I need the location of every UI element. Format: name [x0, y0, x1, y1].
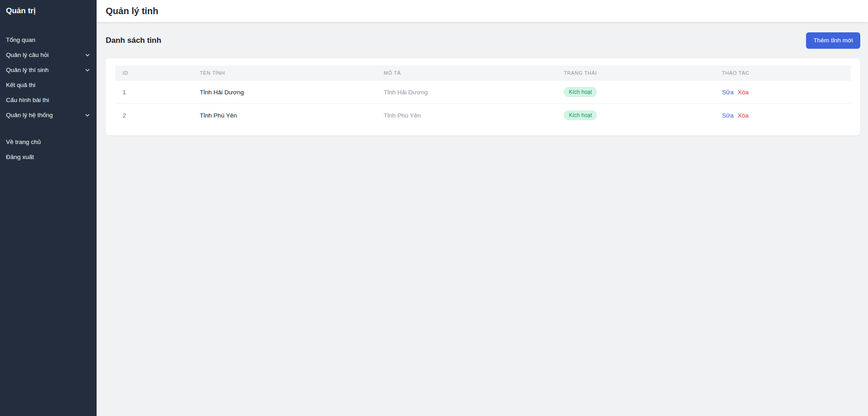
sidebar-item-label: Quản lý câu hỏi: [6, 51, 49, 58]
sidebar-item-ket-qua-thi[interactable]: Kết quả thi: [0, 77, 97, 92]
sidebar-item-dang-xuat[interactable]: Đăng xuất: [0, 149, 97, 164]
sidebar-nav: Tổng quan Quản lý câu hỏi Quản lý thí si…: [0, 32, 97, 164]
chevron-down-icon: [84, 52, 91, 58]
table-row: 2 Tỉnh Phú Yên Tỉnh Phú Yên Kích hoạt Sử…: [115, 104, 851, 127]
sidebar-item-label: Cấu hình bài thi: [6, 97, 49, 103]
sidebar-footer-nav: Về trang chủ Đăng xuất: [0, 134, 97, 164]
sidebar-item-quan-ly-cau-hoi[interactable]: Quản lý câu hỏi: [0, 47, 97, 62]
edit-link[interactable]: Sửa: [722, 112, 734, 119]
app-title: Quản trị: [0, 0, 97, 20]
toolbar: Danh sách tỉnh Thêm tỉnh mới: [106, 32, 860, 49]
sidebar-item-ve-trang-chu[interactable]: Về trang chủ: [0, 134, 97, 149]
sidebar-item-tong-quan[interactable]: Tổng quan: [0, 32, 97, 47]
sidebar-item-label: Tổng quan: [6, 36, 36, 43]
sidebar-item-label: Quản lý hệ thống: [6, 112, 53, 118]
cell-province-name: Tỉnh Hải Dương: [192, 81, 376, 104]
column-header-status: Trạng thái: [556, 66, 714, 81]
sidebar-item-label: Kết quả thi: [6, 82, 36, 88]
sidebar-item-label: Quản lý thí sinh: [6, 67, 49, 73]
chevron-down-icon: [84, 67, 91, 73]
page-title: Quản lý tỉnh: [106, 6, 159, 16]
cell-status: Kích hoạt: [556, 81, 714, 104]
cell-status: Kích hoạt: [556, 104, 714, 127]
status-badge: Kích hoạt: [564, 110, 597, 120]
section-title: Danh sách tỉnh: [106, 36, 161, 45]
province-table-card: ID Tên tỉnh Mô tả Trạng thái Thao tác 1 …: [106, 58, 860, 135]
sidebar: Quản trị Tổng quan Quản lý câu hỏi Quản …: [0, 0, 97, 416]
table-header-row: ID Tên tỉnh Mô tả Trạng thái Thao tác: [115, 66, 851, 81]
status-badge: Kích hoạt: [564, 87, 597, 97]
cell-description: Tỉnh Hải Dương: [376, 81, 556, 104]
column-header-description: Mô tả: [376, 66, 556, 81]
delete-link[interactable]: Xóa: [738, 112, 749, 119]
topbar: Quản lý tỉnh: [97, 0, 868, 22]
sidebar-item-label: Đăng xuất: [6, 154, 34, 160]
sidebar-item-cau-hinh-bai-thi[interactable]: Cấu hình bài thi: [0, 92, 97, 108]
sidebar-item-quan-ly-thi-sinh[interactable]: Quản lý thí sinh: [0, 62, 97, 77]
province-table: ID Tên tỉnh Mô tả Trạng thái Thao tác 1 …: [115, 66, 851, 127]
main-area: Quản lý tỉnh Danh sách tỉnh Thêm tỉnh mớ…: [97, 0, 868, 416]
sidebar-item-label: Về trang chủ: [6, 139, 41, 145]
cell-actions: SửaXóa: [714, 81, 851, 104]
edit-link[interactable]: Sửa: [722, 89, 734, 96]
content-area: Danh sách tỉnh Thêm tỉnh mới ID Tên tỉnh…: [97, 22, 868, 416]
cell-description: Tỉnh Phú Yên: [376, 104, 556, 127]
column-header-id: ID: [115, 66, 192, 81]
app-window: Quản trị Tổng quan Quản lý câu hỏi Quản …: [0, 0, 868, 416]
chevron-down-icon: [84, 112, 91, 118]
cell-id: 1: [115, 81, 192, 104]
column-header-actions: Thao tác: [714, 66, 851, 81]
cell-actions: SửaXóa: [714, 104, 851, 127]
column-header-name: Tên tỉnh: [192, 66, 376, 81]
cell-id: 2: [115, 104, 192, 127]
table-row: 1 Tỉnh Hải Dương Tỉnh Hải Dương Kích hoạ…: [115, 81, 851, 104]
cell-province-name: Tỉnh Phú Yên: [192, 104, 376, 127]
add-province-button[interactable]: Thêm tỉnh mới: [806, 32, 860, 49]
sidebar-item-quan-ly-he-thong[interactable]: Quản lý hệ thống: [0, 108, 97, 123]
delete-link[interactable]: Xóa: [738, 89, 749, 96]
